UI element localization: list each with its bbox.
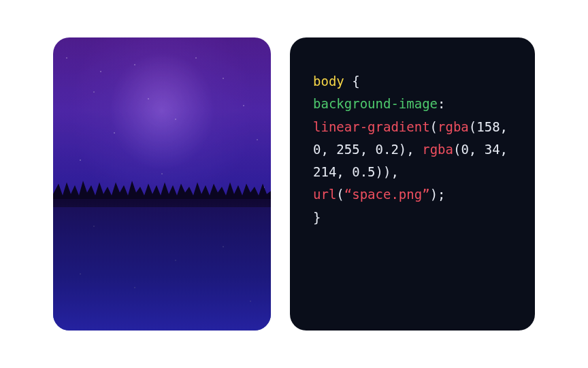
code-line-5: }	[313, 206, 512, 229]
code-line-1: body {	[313, 70, 512, 93]
paren-open: (	[336, 187, 344, 202]
css-property: background-image	[313, 96, 438, 111]
comma: ,	[406, 142, 414, 157]
func-linear-gradient: linear-gradient	[313, 119, 430, 134]
reflection-layer	[53, 199, 271, 331]
comma: ,	[391, 164, 398, 179]
func-url: url	[313, 187, 336, 202]
func-rgba: rgba	[438, 119, 469, 134]
code-block: body { background-image: linear-gradient…	[290, 37, 535, 331]
url-string: “space.png”	[344, 187, 430, 202]
paren-close: )	[430, 187, 438, 202]
css-selector: body	[313, 74, 344, 89]
preview-image	[53, 37, 271, 331]
paren-open: (	[430, 119, 438, 134]
colon: :	[438, 96, 445, 111]
code-line-3: linear-gradient(rgba(158, 0, 255, 0.2), …	[313, 116, 512, 184]
reflection-stars	[53, 199, 271, 331]
semicolon: ;	[438, 187, 445, 202]
func-rgba: rgba	[422, 142, 453, 157]
code-line-2: background-image:	[313, 93, 512, 115]
brace-open: {	[344, 74, 360, 89]
code-line-4: url(“space.png”);	[313, 183, 512, 206]
brace-close: }	[313, 210, 321, 225]
paren-close: )	[383, 164, 391, 179]
